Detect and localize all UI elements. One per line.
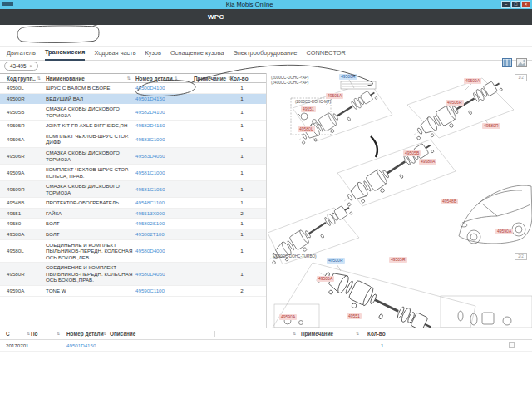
table-row[interactable]: 49509AКОМПЛЕКТ ЧЕХЛОВ-ШРУС СТОР. КОЛЕСА,… xyxy=(0,165,266,181)
cell-qty: 1 xyxy=(227,122,257,129)
tab-ходовая-часть[interactable]: Ходовая часть xyxy=(94,49,135,60)
main-content: Код групп.. ⇅ Наименование ⇅ Номер детал… xyxy=(0,73,532,328)
part-number-link[interactable]: 49580D4000 xyxy=(135,248,194,254)
part-number-link[interactable]: 49583C1000 xyxy=(135,136,194,143)
table-row[interactable]: 49506RСМАЗКА СКОБЫ ДИСКОВОГО ТОРМОЗА4958… xyxy=(0,148,266,165)
cell-name: СОЕДИНЕНИЕ И КОМПЛЕКТ ПЫЛЬНИКОВ-ПЕРЕДН. … xyxy=(46,242,135,261)
row-checkbox[interactable] xyxy=(509,342,515,348)
cell-code: 49500L xyxy=(0,85,46,91)
table-row[interactable]: 49506AКОМПЛЕКТ ЧЕХЛОВ-ШРУС СТОР. ДИФФ495… xyxy=(0,131,266,148)
diagram-callout[interactable]: 49580L xyxy=(298,126,315,132)
toolbar: KNAGU411BL5362199 Название модели or Кат… xyxy=(0,25,532,47)
part-number-link[interactable]: 49582D4100 xyxy=(135,109,194,116)
minimize-button[interactable]: – xyxy=(501,1,510,8)
diagram-callout[interactable]: 49505B xyxy=(403,150,421,156)
part-number-link[interactable]: 495802T100 xyxy=(135,231,194,238)
tab-трансмиссия[interactable]: Трансмиссия xyxy=(45,48,86,61)
diagram-callout[interactable]: 49551 xyxy=(347,313,362,319)
diagram-callout[interactable]: 49500R xyxy=(327,258,345,264)
part-number-link[interactable]: 49548C1100 xyxy=(135,200,194,206)
part-number-link[interactable]: 49583D4050 xyxy=(135,153,194,160)
part-number-link[interactable]: 49581C1000 xyxy=(135,170,194,176)
part-number-link[interactable]: 49582D4150 xyxy=(135,122,194,129)
table-row[interactable]: 49590ATONE W49590C11002 xyxy=(0,286,266,297)
table-row[interactable]: 49580AБОЛТ495802T1001 xyxy=(0,229,266,240)
sort-icon[interactable]: ⇅ xyxy=(293,331,296,336)
part-number-link[interactable]: 49580D4050 xyxy=(135,271,194,278)
diagram-callout[interactable]: 49580R xyxy=(482,123,500,129)
part-number-link[interactable]: 49581C1050 xyxy=(135,186,194,193)
tab-оснащение-кузова[interactable]: Оснащение кузова xyxy=(170,49,224,60)
diagram-callout[interactable]: 49505R xyxy=(389,257,407,263)
tab-connector[interactable]: CONNECTOR xyxy=(306,49,346,60)
filter-row: 43-495 × xyxy=(0,61,532,73)
history-part-link[interactable]: 49501D4150 xyxy=(66,342,96,348)
header-number[interactable]: Номер детали ⇅ xyxy=(135,76,194,81)
close-button[interactable]: × xyxy=(521,1,530,8)
chip-close-icon[interactable]: × xyxy=(30,63,33,69)
header-name[interactable]: Наименование ⇅ xyxy=(46,76,135,81)
header-code[interactable]: Код групп.. ⇅ xyxy=(0,76,46,81)
header-note[interactable]: Примечание xyxy=(301,331,333,337)
diagram-callout[interactable]: 49506A xyxy=(326,93,343,99)
cell-qty: 1 xyxy=(227,271,257,278)
sort-icon[interactable]: ⇅ xyxy=(127,76,131,81)
cell-qty: 1 xyxy=(227,170,257,176)
header-qty: Кол-во xyxy=(227,76,257,81)
sort-icon[interactable]: ⇅ xyxy=(175,76,178,81)
table-row[interactable]: 49505BСМАЗКА СКОБЫ ДИСКОВОГО ТОРМОЗА4958… xyxy=(0,104,266,121)
sort-icon[interactable]: ⇅ xyxy=(103,331,106,336)
cell-qty: 1 xyxy=(227,200,257,206)
maximize-button[interactable]: □ xyxy=(511,1,520,8)
header-from[interactable]: С xyxy=(6,331,10,337)
tab-электрооборудование[interactable]: Электрооборудование xyxy=(233,49,297,60)
diagram-callout[interactable]: 49548B xyxy=(441,199,458,204)
diagram-callout[interactable]: 49590A xyxy=(495,229,513,234)
diagram-callout[interactable]: 49580A xyxy=(419,159,436,165)
parts-table-body: 49500LШРУС С ВАЛОМ В СБОРЕ49500D41001495… xyxy=(0,83,266,297)
cell-qty: 2 xyxy=(227,288,257,294)
diagram-callout[interactable]: 49506R xyxy=(446,100,464,106)
diagram-callout[interactable]: 49551 xyxy=(301,106,316,112)
diagram-callout[interactable]: 49590A xyxy=(279,314,297,320)
table-row[interactable]: 49548BПРОТЕКТОР-ОБОГРЕВАТЕЛЬ49548C11001 xyxy=(0,198,266,209)
table-row[interactable]: 49509RСМАЗКА СКОБЫ ДИСКОВОГО ТОРМОЗА4958… xyxy=(0,181,266,198)
header-number[interactable]: Номер детали xyxy=(66,331,104,337)
table-row[interactable]: 49580RСОЕДИНЕНИЕ И КОМПЛЕКТ ПЫЛЬНИКОВ-ПЕ… xyxy=(0,263,266,286)
cell-code: 49500R xyxy=(0,96,46,102)
diagram-callout[interactable]: 49506A xyxy=(317,276,334,282)
cell-qty: 1 xyxy=(227,96,257,102)
split-view-icon[interactable] xyxy=(502,58,512,67)
sort-icon[interactable]: ⇅ xyxy=(356,331,359,336)
diagram-panel[interactable]: 49500R49506A4955149580L49509A49506R49580… xyxy=(268,73,532,328)
tab-wpc[interactable]: WPC xyxy=(208,13,224,21)
part-number-link[interactable]: 495802S100 xyxy=(135,220,194,227)
tab-кузов[interactable]: Кузов xyxy=(145,49,161,60)
sort-icon[interactable]: ⇅ xyxy=(37,76,41,81)
cell-name: БОЛТ xyxy=(46,220,135,227)
part-number-link[interactable]: 495513X000 xyxy=(135,210,194,217)
part-number-link[interactable]: 49590C1100 xyxy=(135,288,194,294)
sort-icon[interactable]: ⇅ xyxy=(27,331,30,336)
diagram-callout[interactable]: 49509A xyxy=(464,78,481,84)
header-description[interactable]: Описание xyxy=(110,331,135,337)
page-indicator: 2/2 xyxy=(515,253,527,260)
cell-name: БОЛТ xyxy=(46,231,135,238)
image-view-icon[interactable] xyxy=(516,58,527,67)
part-number-link[interactable]: 49500D4100 xyxy=(135,85,194,91)
filter-chip[interactable]: 43-495 × xyxy=(4,62,38,71)
tab-двигатель[interactable]: Двигатель xyxy=(7,49,36,60)
cell-name: JOINT KIT-FR AXLE DIFF SIDE,RH xyxy=(46,122,135,129)
table-row[interactable]: 49580LСОЕДИНЕНИЕ И КОМПЛЕКТ ПЫЛЬНИКОВ-ПЕ… xyxy=(0,240,266,264)
table-row[interactable]: 49500LШРУС С ВАЛОМ В СБОРЕ49500D41001 xyxy=(0,83,266,94)
table-row[interactable]: 49505RJOINT KIT-FR AXLE DIFF SIDE,RH4958… xyxy=(0,121,266,131)
header-note[interactable]: Примечание ⇅ xyxy=(194,76,227,81)
table-row[interactable]: 49580БОЛТ495802S1001 xyxy=(0,219,266,229)
table-row[interactable]: 49500RВЕДУЩИЙ ВАЛ49501D41501 xyxy=(0,94,266,105)
header-to[interactable]: По xyxy=(31,331,38,337)
diagram-callout[interactable]: 49500R xyxy=(339,74,357,80)
history-row[interactable]: 20170701 49501D4150 1 xyxy=(0,340,532,352)
table-row[interactable]: 49551ГАЙКА495513X0002 xyxy=(0,209,266,219)
part-number-link[interactable]: 49501D4150 xyxy=(135,96,194,102)
sort-icon[interactable]: ⇅ xyxy=(57,331,60,336)
